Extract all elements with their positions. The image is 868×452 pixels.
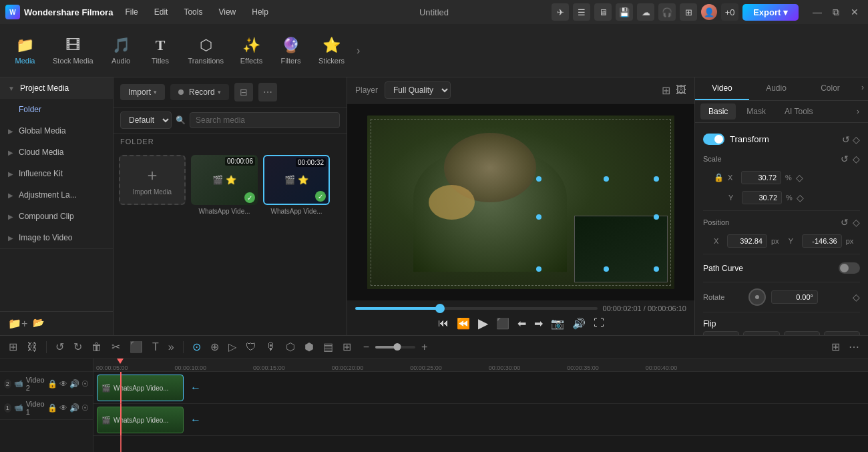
cut-button[interactable]: ✂: [108, 338, 124, 355]
scale-y-diamond[interactable]: ◇: [797, 192, 804, 203]
lock-track-1-icon[interactable]: 🔒: [47, 403, 57, 413]
rotate-input[interactable]: [771, 290, 818, 304]
caption-button[interactable]: ▤: [320, 338, 337, 355]
mark-out-button[interactable]: ➡: [534, 317, 543, 330]
position-x-input[interactable]: [727, 234, 767, 248]
crop-button[interactable]: ⬛: [126, 338, 146, 355]
folder-add-icon[interactable]: 📁+: [8, 317, 27, 330]
pip-handle-lm[interactable]: [536, 214, 541, 220]
transform-keyframe-icon[interactable]: ◇: [853, 134, 860, 145]
play-button[interactable]: ▶: [478, 315, 488, 331]
scale-x-input[interactable]: [741, 171, 781, 184]
import-button[interactable]: Import ▾: [120, 84, 165, 100]
folder-icon[interactable]: 📂: [33, 317, 44, 330]
lock-icon[interactable]: 🔒: [714, 173, 724, 182]
toolbar-titles[interactable]: T Titles: [142, 31, 179, 70]
settings-button[interactable]: ⋯: [845, 339, 863, 355]
pip-video[interactable]: [574, 216, 668, 282]
fullscreen-button[interactable]: ⛶: [594, 317, 604, 329]
pip-handle-bm[interactable]: [604, 266, 609, 272]
clip-video2[interactable]: 🎬 WhatsApp Video...: [97, 375, 184, 401]
ripple-delete-button[interactable]: ▷: [225, 338, 240, 355]
pip-handle-rm[interactable]: [654, 214, 659, 220]
bookmark-icon-btn[interactable]: ☰: [573, 3, 590, 21]
mark-in-button[interactable]: ⬅: [517, 317, 526, 330]
scale-keyframe-icon[interactable]: ◇: [853, 154, 860, 164]
menu-help[interactable]: Help: [245, 5, 275, 19]
send-icon-btn[interactable]: ✈: [552, 3, 569, 21]
audio-duck-button[interactable]: ⬢: [301, 338, 317, 355]
text-button[interactable]: T: [149, 339, 162, 355]
close-button[interactable]: ✕: [847, 4, 863, 20]
audio-track-2-icon[interactable]: 🔊: [69, 379, 79, 389]
transform-toggle[interactable]: [703, 134, 724, 145]
pip-handle-bl[interactable]: [536, 266, 541, 272]
import-media-thumb[interactable]: ＋ Import Media: [119, 155, 186, 205]
scale-y-input[interactable]: [742, 191, 782, 204]
step-back-button[interactable]: ⏪: [457, 317, 470, 330]
menu-edit[interactable]: Edit: [148, 5, 175, 19]
hide-track-2-icon[interactable]: 👁: [59, 379, 67, 389]
menu-file[interactable]: File: [118, 5, 144, 19]
menu-view[interactable]: View: [212, 5, 242, 19]
sidebar-item-influence-kit[interactable]: ▶ Influence Kit: [0, 163, 113, 184]
timeline-link-icon[interactable]: ⛓: [23, 339, 41, 355]
progress-bar-track[interactable]: [355, 307, 598, 310]
media-thumb-1[interactable]: 🎬 ⭐ 00:00:06 ✓: [191, 155, 258, 205]
tab-video[interactable]: Video: [695, 77, 749, 100]
timeline-add-track-icon[interactable]: ⊞: [5, 338, 21, 355]
audio-track-1-icon[interactable]: 🔊: [69, 403, 79, 413]
sidebar-item-cloud-media[interactable]: ▶ Cloud Media: [0, 142, 113, 163]
sidebar-item-adjustment-layer[interactable]: ▶ Adjustment La...: [0, 184, 113, 206]
solo-track-2-icon[interactable]: ☉: [81, 379, 89, 389]
position-y-input[interactable]: [802, 234, 842, 248]
solo-track-1-icon[interactable]: ☉: [81, 403, 89, 413]
clip-video1[interactable]: 🎬 WhatsApp Video...: [97, 407, 184, 433]
sidebar-item-global-media[interactable]: ▶ Global Media: [0, 120, 113, 142]
insert-button[interactable]: ⊞: [339, 338, 355, 355]
lock-track-2-icon[interactable]: 🔒: [47, 379, 57, 389]
grid-view-icon[interactable]: ⊞: [662, 84, 670, 97]
upgrade-icon-btn[interactable]: +0: [721, 3, 738, 21]
user-icon-btn[interactable]: 👤: [701, 4, 717, 20]
split-audio-button[interactable]: ⬡: [282, 338, 298, 355]
sub-tab-more-arrow[interactable]: ›: [853, 103, 863, 120]
toolbar-transitions[interactable]: ⬡ Transitions: [182, 31, 230, 70]
voice-button[interactable]: 🎙: [262, 339, 280, 355]
sidebar-item-image-to-video[interactable]: ▶ Image to Video: [0, 227, 113, 248]
hide-track-1-icon[interactable]: 👁: [59, 403, 67, 413]
search-input[interactable]: [190, 112, 340, 128]
sidebar-item-project-media[interactable]: ▼ Project Media: [0, 77, 113, 99]
path-curve-toggle[interactable]: [839, 262, 860, 274]
toolbar-media[interactable]: 📁 Media: [7, 31, 43, 70]
menu-tools[interactable]: Tools: [177, 5, 209, 19]
transform-reset-icon[interactable]: ↺: [842, 134, 850, 145]
redo-button[interactable]: ↻: [70, 338, 85, 355]
grid-icon-btn[interactable]: ⊞: [680, 3, 697, 21]
progress-knob[interactable]: [435, 304, 445, 313]
export-button[interactable]: Video Export ▾: [742, 4, 799, 21]
pip-handle-tr[interactable]: [654, 176, 659, 182]
toolbar-effects[interactable]: ✨ Effects: [233, 31, 270, 70]
tab-color[interactable]: Color: [803, 77, 857, 100]
media-thumb-2[interactable]: 🎬 ⭐ 00:00:32 ✓: [263, 155, 330, 205]
position-reset-icon[interactable]: ↺: [841, 217, 849, 228]
scale-reset-icon[interactable]: ↺: [841, 154, 849, 164]
delete-button[interactable]: 🗑: [88, 339, 105, 355]
minimize-button[interactable]: —: [809, 4, 825, 20]
quality-select[interactable]: Full Quality: [385, 81, 451, 99]
grid-layout-button[interactable]: ⊞: [828, 339, 843, 355]
monitor-icon-btn[interactable]: 🖥: [594, 3, 612, 21]
undo-button[interactable]: ↺: [52, 338, 67, 355]
position-keyframe-icon[interactable]: ◇: [853, 217, 860, 228]
sub-tab-basic[interactable]: Basic: [700, 103, 736, 120]
filter-icon-btn[interactable]: ⊟: [234, 83, 253, 101]
sidebar-item-compound-clip[interactable]: ▶ Compound Clip: [0, 206, 113, 227]
magnetic-snap-button[interactable]: ⊙: [189, 338, 204, 355]
more-icon-btn[interactable]: ⋯: [258, 83, 277, 101]
toolbar-stock-media[interactable]: 🎞 Stock Media: [46, 31, 100, 70]
rewind-button[interactable]: ⏮: [438, 317, 449, 329]
toolbar-audio[interactable]: 🎵 Audio: [103, 31, 140, 70]
step-forward-button[interactable]: ⬛: [496, 317, 509, 330]
sub-tab-ai-tools[interactable]: AI Tools: [777, 103, 821, 120]
